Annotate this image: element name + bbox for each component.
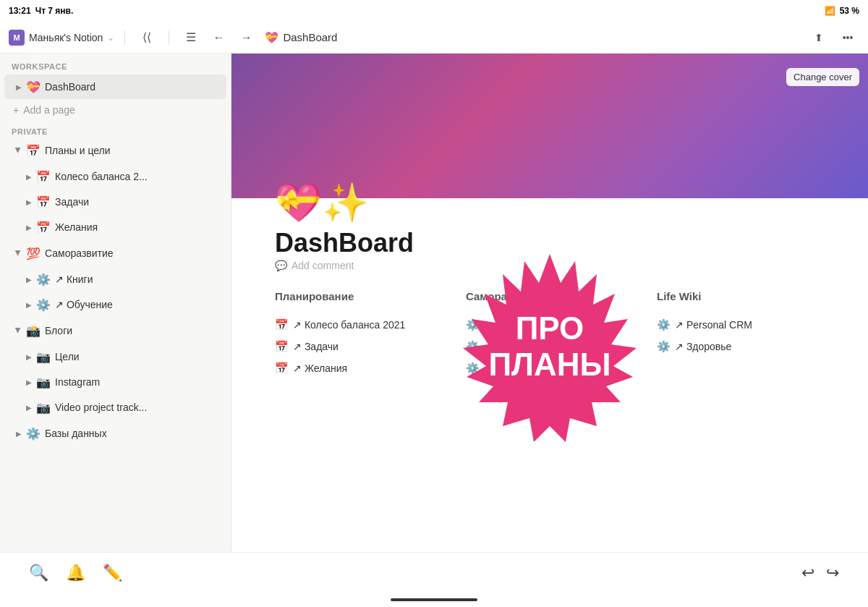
dashboard-label: DashBoard — [45, 81, 192, 93]
blogi-more-icon[interactable]: ••• — [192, 324, 208, 338]
zhelaniya-add-icon[interactable]: + — [209, 221, 221, 234]
sidebar-item-koleso[interactable]: ▶ 📅 Колесо баланса 2... ••• + — [14, 164, 226, 189]
video-label: Video project track... — [55, 402, 192, 413]
sidebar-item-plans[interactable]: ▶ 📅 Планы и цели ••• + — [4, 138, 226, 163]
blogi-arrow-icon: ▶ — [13, 325, 25, 336]
tseli-icon: 📷 — [36, 349, 51, 364]
link-knigi-text: ↗ Книги — [484, 319, 522, 331]
samorazvitie-icon: 💯 — [26, 246, 41, 260]
comment-icon: 💬 — [275, 260, 287, 271]
more-dots-icon[interactable]: ••• — [192, 80, 208, 94]
sidebar-item-tseli[interactable]: ▶ 📷 Цели ••• + — [14, 344, 226, 369]
bazy-label: Базы данных — [45, 428, 192, 439]
tseli-add-icon[interactable]: + — [209, 350, 221, 364]
link-zadachi[interactable]: 📅 ↗ Задачи — [275, 336, 443, 357]
samorazvitie-arrow-icon: ▶ — [13, 247, 25, 259]
samorazvitie-children: ▶ ⚙️ ↗ Книги ••• + ▶ ⚙️ ↗ Обучение ••• + — [0, 266, 231, 318]
time: 13:21 — [9, 6, 31, 16]
instagram-more-icon[interactable]: ••• — [192, 375, 208, 389]
link-list[interactable]: ⚙️ ↗ Лист внедрения — [466, 357, 634, 379]
back-nav-button[interactable]: ← — [207, 26, 230, 49]
home-bar — [391, 598, 477, 601]
sidebar-item-video[interactable]: ▶ 📷 Video project track... ••• + — [14, 395, 226, 420]
koleso-add-icon[interactable]: + — [209, 170, 221, 184]
link-list-icon: ⚙️ — [466, 362, 480, 375]
video-more-icon[interactable]: ••• — [192, 401, 208, 415]
link-zhelaniya-icon: 📅 — [275, 362, 289, 375]
sidebar-item-zhelaniya[interactable]: ▶ 📅 Желания ••• + — [14, 215, 226, 239]
link-zhelaniya[interactable]: 📅 ↗ Желания — [275, 357, 443, 379]
tseli-label: Цели — [55, 351, 192, 362]
link-koleso[interactable]: 📅 ↗ Колесо баланса 2021 — [275, 314, 443, 336]
obuchenie-more-icon[interactable]: ••• — [192, 298, 208, 312]
samorazvitie-more-icon[interactable]: ••• — [192, 247, 208, 260]
toolbar-nav: ☰ ← → — [179, 26, 258, 49]
bottom-toolbar: 🔍 🔔 ✏️ ↩ ↪ — [0, 552, 868, 593]
blogi-children: ▶ 📷 Цели ••• + ▶ 📷 Instagram ••• + ▶ � — [0, 344, 231, 420]
more-button[interactable]: ••• — [836, 26, 859, 49]
sidebar-item-dashboard[interactable]: ▶ 💝 DashBoard ••• + — [4, 75, 226, 99]
instagram-add-icon[interactable]: + — [209, 375, 221, 389]
workspace-label[interactable]: M Маньяк's Notion ⌄ — [9, 30, 114, 46]
sidebar-item-instagram[interactable]: ▶ 📷 Instagram ••• + — [14, 370, 226, 394]
forward-nav-button[interactable]: → — [234, 26, 258, 49]
zadachi-add-icon[interactable]: + — [209, 195, 221, 209]
status-bar-right: 📶 53 % — [825, 6, 859, 16]
link-crm[interactable]: ⚙️ ↗ Personal CRM — [657, 314, 825, 336]
samorazvitie-add-icon[interactable]: + — [209, 247, 221, 260]
video-add-icon[interactable]: + — [209, 401, 221, 415]
link-zadachi-icon: 📅 — [275, 340, 289, 353]
change-cover-button[interactable]: Change cover — [786, 68, 859, 86]
link-zdorovye-text: ↗ Здоровье — [675, 341, 731, 352]
search-button[interactable]: 🔍 — [29, 564, 48, 582]
hamburger-button[interactable]: ☰ — [179, 26, 203, 49]
sidebar-item-samorazvitie[interactable]: ▶ 💯 Саморазвитие ••• + — [4, 241, 226, 266]
bazy-more-icon[interactable]: ••• — [192, 427, 208, 441]
add-page-row[interactable]: + Add a page — [4, 101, 226, 119]
tseli-more-icon[interactable]: ••• — [192, 350, 208, 364]
redo-button[interactable]: ↪ — [826, 564, 839, 582]
blogi-icon: 📸 — [26, 323, 41, 338]
link-koleso-text: ↗ Колесо баланса 2021 — [293, 319, 405, 331]
zadachi-label: Задачи — [55, 196, 192, 208]
zhelaniya-arrow-icon: ▶ — [23, 221, 35, 233]
knigi-more-icon[interactable]: ••• — [192, 273, 208, 286]
knigi-icon: ⚙️ — [36, 272, 51, 286]
section-planirovanie: Планирование 📅 ↗ Колесо баланса 2021 📅 ↗… — [275, 290, 443, 379]
link-obuchenie-text: ↗ Обучение — [484, 341, 542, 352]
plans-add-icon[interactable]: + — [209, 144, 221, 158]
sidebar-item-obuchenie[interactable]: ▶ ⚙️ ↗ Обучение ••• + — [14, 292, 226, 317]
koleso-more-icon[interactable]: ••• — [192, 170, 208, 184]
edit-button[interactable]: ✏️ — [103, 564, 122, 582]
sidebar-item-knigi[interactable]: ▶ ⚙️ ↗ Книги ••• + — [14, 267, 226, 292]
add-child-icon[interactable]: + — [209, 80, 221, 94]
link-zdorovye[interactable]: ⚙️ ↗ Здоровье — [657, 336, 825, 357]
sidebar-item-zadachi[interactable]: ▶ 📅 Задачи ••• + — [14, 190, 226, 214]
sidebar-item-bazy[interactable]: ▶ ⚙️ Базы данных ••• + — [4, 421, 226, 446]
plans-more-icon[interactable]: ••• — [192, 144, 208, 158]
link-knigi[interactable]: ⚙️ ↗ Книги — [466, 314, 634, 336]
blogi-add-icon[interactable]: + — [209, 324, 221, 338]
zadachi-more-icon[interactable]: ••• — [192, 195, 208, 209]
koleso-label: Колесо баланса 2... — [55, 171, 192, 182]
bell-button[interactable]: 🔔 — [66, 564, 85, 582]
zhelaniya-icon: 📅 — [36, 220, 51, 234]
link-obuchenie[interactable]: ⚙️ ↗ Обучение — [466, 336, 634, 357]
knigi-add-icon[interactable]: + — [209, 273, 221, 286]
toolbar-divider-2 — [169, 30, 169, 45]
link-crm-icon: ⚙️ — [657, 318, 671, 331]
zhelaniya-more-icon[interactable]: ••• — [192, 221, 208, 234]
workspace-section-header: WORKSPACE — [0, 54, 231, 74]
toolbar-divider — [124, 30, 125, 45]
collapse-sidebar-button[interactable]: ⟨⟨ — [135, 26, 158, 49]
tseli-arrow-icon: ▶ — [23, 351, 35, 362]
zhelaniya-label: Желания — [55, 221, 192, 233]
add-comment-row[interactable]: 💬 Add comment — [275, 258, 825, 273]
bazy-add-icon[interactable]: + — [209, 427, 221, 441]
share-button[interactable]: ⬆ — [807, 26, 830, 49]
plans-children: ▶ 📅 Колесо баланса 2... ••• + ▶ 📅 Задачи… — [0, 164, 231, 240]
obuchenie-add-icon[interactable]: + — [209, 298, 221, 312]
sidebar-item-blogi[interactable]: ▶ 📸 Блоги ••• + — [4, 318, 226, 343]
battery: 53 % — [840, 6, 859, 16]
undo-button[interactable]: ↩ — [801, 564, 814, 582]
